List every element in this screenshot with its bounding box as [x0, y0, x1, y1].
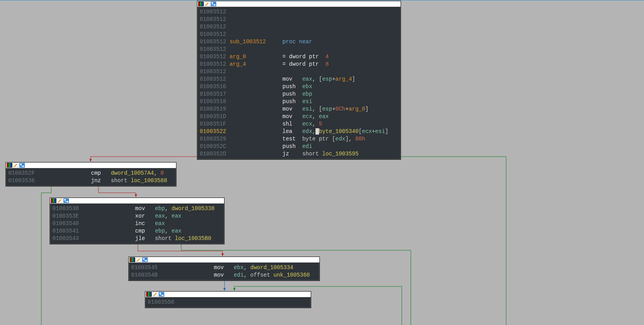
- graph-node-01003545[interactable]: 01003545 mov ebx, dword_1005334 0100354B…: [128, 257, 320, 281]
- svg-rect-27: [133, 258, 134, 262]
- svg-rect-25: [130, 258, 131, 262]
- disassembly-body[interactable]: 01003550: [145, 297, 311, 308]
- disassembly-body[interactable]: 01003512 01003512 01003512 01003512 0100…: [197, 7, 401, 159]
- svg-rect-17: [51, 199, 52, 203]
- svg-rect-33: [147, 292, 148, 296]
- svg-rect-14: [20, 164, 22, 165]
- svg-rect-35: [150, 292, 151, 296]
- color-icon: [130, 257, 135, 262]
- flow-icon: [159, 292, 164, 297]
- color-icon: [146, 292, 152, 297]
- svg-rect-23: [67, 201, 68, 202]
- svg-rect-11: [10, 163, 11, 167]
- color-icon: [198, 2, 204, 6]
- svg-rect-9: [7, 163, 8, 167]
- edit-icon: [204, 2, 210, 6]
- disassembly-body[interactable]: 01003545 mov ebx, dword_1005334 0100354B…: [129, 263, 319, 281]
- flow-icon: [211, 2, 216, 6]
- color-icon: [51, 198, 56, 203]
- svg-rect-26: [132, 258, 133, 262]
- svg-rect-22: [64, 199, 66, 200]
- svg-rect-10: [9, 163, 10, 167]
- svg-rect-5: [211, 2, 216, 6]
- svg-rect-29: [142, 257, 148, 262]
- graph-node-0100352F[interactable]: 0100352F cmp dword_10057A4, 0 01003536 j…: [6, 162, 176, 187]
- svg-rect-13: [19, 163, 25, 168]
- window-top-border: [0, 0, 644, 0]
- svg-rect-1: [199, 2, 200, 6]
- svg-rect-30: [143, 258, 145, 259]
- flow-icon: [63, 198, 69, 203]
- node-titlebar[interactable]: [129, 257, 319, 263]
- svg-rect-3: [202, 2, 203, 6]
- node-titlebar[interactable]: [50, 198, 224, 204]
- edit-icon: [152, 292, 158, 297]
- node-titlebar[interactable]: [6, 162, 176, 168]
- svg-rect-7: [214, 4, 215, 6]
- disassembly-body[interactable]: 0100352F cmp dword_10057A4, 0 01003536 j…: [6, 168, 176, 186]
- svg-rect-38: [160, 293, 161, 294]
- svg-rect-15: [22, 166, 24, 167]
- flow-icon: [19, 163, 25, 168]
- node-titlebar[interactable]: [197, 1, 401, 7]
- svg-rect-37: [159, 292, 164, 297]
- svg-rect-2: [200, 2, 201, 6]
- svg-rect-21: [63, 198, 69, 203]
- edit-icon: [136, 257, 141, 262]
- svg-rect-34: [148, 292, 149, 296]
- svg-rect-18: [53, 199, 54, 203]
- node-titlebar[interactable]: [145, 292, 311, 297]
- graph-node-sub_1003512[interactable]: 01003512 01003512 01003512 01003512 0100…: [197, 1, 401, 160]
- graph-node-01003538[interactable]: 01003538 mov ebp, dword_1005338 0100353E…: [50, 198, 225, 244]
- flow-icon: [142, 257, 148, 262]
- svg-rect-19: [54, 199, 56, 203]
- color-icon: [7, 163, 12, 168]
- graph-canvas[interactable]: 01003512 01003512 01003512 01003512 0100…: [0, 0, 644, 325]
- disassembly-body[interactable]: 01003538 mov ebp, dword_1005338 0100353E…: [50, 204, 224, 244]
- svg-rect-39: [162, 295, 163, 296]
- edit-icon: [57, 198, 63, 203]
- edit-icon: [13, 163, 19, 168]
- graph-node-01003550[interactable]: 01003550: [145, 291, 311, 308]
- svg-rect-6: [212, 2, 213, 4]
- svg-rect-31: [145, 260, 147, 261]
